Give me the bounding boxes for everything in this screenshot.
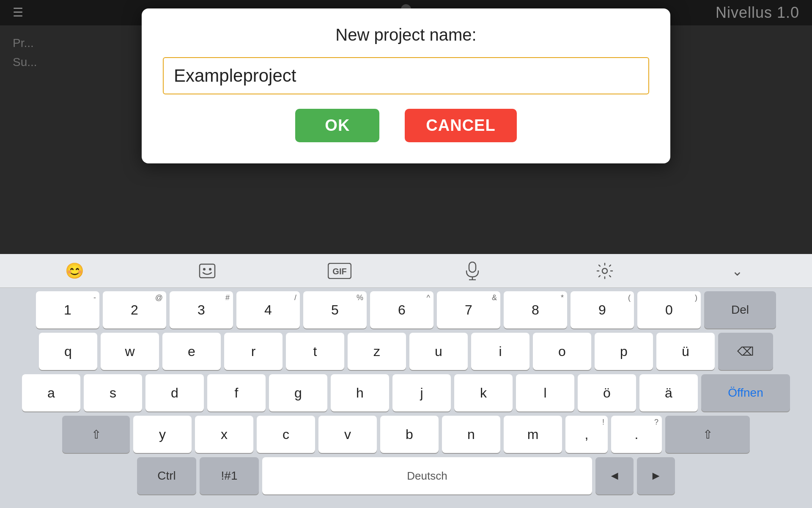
cancel-button[interactable]: CANCEL [405,109,516,142]
key-p[interactable]: p [595,333,653,370]
key-sym[interactable]: !#1 [200,457,259,494]
key-2[interactable]: @2 [103,291,166,329]
key-backspace[interactable]: ⌫ [718,333,773,370]
key-9[interactable]: (9 [571,291,634,329]
key-o[interactable]: o [533,333,591,370]
dialog: New project name: OK CANCEL [142,8,670,163]
bottom-row: Ctrl !#1 Deutsch ◄ ► [4,457,808,494]
key-ue[interactable]: ü [656,333,715,370]
key-c[interactable]: c [257,416,315,453]
key-a[interactable]: a [22,374,80,411]
number-row: -1 @2 #3 /4 %5 ^6 &7 *8 (9 )0 Del [4,291,808,329]
svg-text:GIF: GIF [333,267,347,276]
microphone-icon[interactable] [455,258,489,284]
key-offnen[interactable]: Öffnen [701,374,790,411]
key-r[interactable]: r [224,333,283,370]
key-h[interactable]: h [331,374,389,411]
key-6[interactable]: ^6 [370,291,433,329]
key-q[interactable]: q [39,333,97,370]
svg-point-1 [203,268,206,271]
key-shift-left[interactable]: ⇧ [62,416,130,453]
key-period[interactable]: .? [611,416,662,453]
key-y[interactable]: y [133,416,192,453]
keyboard-area: 😊 GIF [0,254,812,508]
key-n[interactable]: n [442,416,500,453]
key-d[interactable]: d [145,374,204,411]
key-m[interactable]: m [504,416,562,453]
key-arrow-left[interactable]: ◄ [595,457,634,494]
key-j[interactable]: j [392,374,451,411]
keyboard-toolbar: 😊 GIF [0,254,812,288]
svg-point-8 [602,268,607,273]
emoji-icon[interactable]: 😊 [58,258,92,284]
key-l[interactable]: l [516,374,574,411]
key-e[interactable]: e [162,333,221,370]
key-arrow-right[interactable]: ► [637,457,675,494]
svg-point-2 [209,268,211,271]
key-x[interactable]: x [195,416,253,453]
shift-row: ⇧ y x c v b n m ,! .? ⇧ [4,416,808,453]
svg-rect-5 [469,262,476,272]
key-oe[interactable]: ö [578,374,636,411]
key-7[interactable]: &7 [437,291,500,329]
key-z[interactable]: z [348,333,406,370]
key-ctrl[interactable]: Ctrl [137,457,196,494]
sticker-icon[interactable] [190,258,224,284]
key-g[interactable]: g [269,374,327,411]
key-shift-right[interactable]: ⇧ [665,416,750,453]
ok-button[interactable]: OK [295,109,379,142]
project-name-input[interactable] [163,57,649,94]
key-k[interactable]: k [454,374,513,411]
chevron-down-icon[interactable]: ⌄ [720,258,754,284]
key-w[interactable]: w [101,333,159,370]
settings-icon[interactable] [588,258,622,284]
key-u[interactable]: u [409,333,468,370]
key-comma[interactable]: ,! [565,416,608,453]
dialog-buttons: OK CANCEL [163,109,649,142]
key-space[interactable]: Deutsch [262,457,592,494]
key-f[interactable]: f [207,374,266,411]
key-ae[interactable]: ä [639,374,698,411]
dialog-title: New project name: [163,25,649,44]
key-3[interactable]: #3 [170,291,233,329]
key-t[interactable]: t [286,333,344,370]
key-i[interactable]: i [471,333,529,370]
key-5[interactable]: %5 [303,291,367,329]
key-4[interactable]: /4 [236,291,300,329]
key-del[interactable]: Del [704,291,776,329]
qwerty-row: q w e r t z u i o p ü ⌫ [4,333,808,370]
key-8[interactable]: *8 [504,291,567,329]
key-0[interactable]: )0 [637,291,701,329]
asdf-row: a s d f g h j k l ö ä Öffnen [4,374,808,411]
key-s[interactable]: s [84,374,142,411]
key-1[interactable]: -1 [36,291,99,329]
key-v[interactable]: v [318,416,377,453]
svg-rect-0 [200,264,215,278]
gif-icon[interactable]: GIF [323,258,357,284]
keyboard-rows: -1 @2 #3 /4 %5 ^6 &7 *8 (9 )0 Del q w e … [0,288,812,494]
key-b[interactable]: b [380,416,439,453]
